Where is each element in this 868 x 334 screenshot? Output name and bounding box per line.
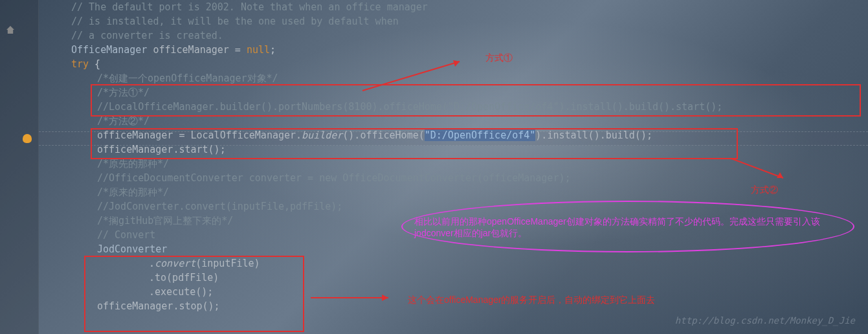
code-editor[interactable]: // The default port is 2002. Note that w… bbox=[39, 0, 868, 313]
code-type: JodConverter bbox=[97, 243, 167, 255]
editor-gutter bbox=[0, 0, 39, 334]
annotation-ellipse-text: 相比以前用的那种openOfficeManager创建对象的方法确实精简了不少的… bbox=[414, 216, 841, 239]
bookmark-icon bbox=[6, 26, 14, 34]
code-ident: officeManager = LocalOfficeManager. bbox=[97, 129, 302, 141]
code-ident: ().officeHome( bbox=[342, 129, 424, 141]
code-comment: /*原来的那种*/ bbox=[97, 186, 169, 198]
code-ident: officeManager = bbox=[147, 44, 247, 56]
code-comment: //LocalOfficeManager.builder().portNumbe… bbox=[97, 101, 722, 113]
code-ident: .execute(); bbox=[149, 286, 213, 298]
code-ident: officeManager.start(); bbox=[97, 144, 226, 155]
watermark-text: http://blog.csdn.net/Monkey_D_Jie bbox=[675, 313, 855, 328]
code-ident: .to(pdfFile) bbox=[149, 272, 219, 284]
annotation-label-method1: 方式① bbox=[485, 50, 513, 65]
code-comment: //OfficeDocumentConverter converter = ne… bbox=[97, 172, 571, 184]
code-keyword: try bbox=[71, 58, 89, 70]
lightbulb-icon[interactable] bbox=[23, 134, 32, 143]
code-method: builder bbox=[302, 129, 342, 141]
code-comment: /*原先的那种*/ bbox=[97, 158, 169, 170]
code-comment: /*搁gitHub官网上整下来的*/ bbox=[97, 215, 233, 227]
code-keyword: null bbox=[247, 44, 270, 56]
annotation-label-method2: 方式② bbox=[751, 183, 778, 197]
code-punct: { bbox=[89, 58, 100, 70]
code-comment: // a converter is created. bbox=[71, 30, 223, 41]
code-type: OfficeManager bbox=[71, 44, 147, 56]
code-punct: ; bbox=[270, 44, 276, 56]
code-method: convert bbox=[155, 258, 195, 269]
code-ident: ).install().build(); bbox=[535, 129, 652, 141]
code-comment: // is installed, it will be the one used… bbox=[71, 16, 399, 27]
code-comment: /*方法①*/ bbox=[97, 87, 150, 98]
code-comment: //JodConverter.convert(inputFile,pdfFile… bbox=[97, 201, 342, 212]
code-comment: /*方法②*/ bbox=[97, 115, 150, 127]
code-comment: // Convert bbox=[97, 229, 155, 241]
code-ident: (inputFile) bbox=[195, 258, 260, 269]
annotation-label-bottom: 这个会在officeManager的服务开启后，自动的绑定到它上面去 bbox=[408, 293, 655, 307]
code-comment: // The default port is 2002. Note that w… bbox=[71, 1, 428, 13]
code-string-selected: "D:/OpenOffice/of4" bbox=[425, 129, 536, 141]
code-ident: officeManager.stop(); bbox=[97, 300, 220, 312]
code-comment: /*创建一个openOfficeManager对象*/ bbox=[97, 72, 278, 84]
code-punct: . bbox=[149, 258, 155, 269]
